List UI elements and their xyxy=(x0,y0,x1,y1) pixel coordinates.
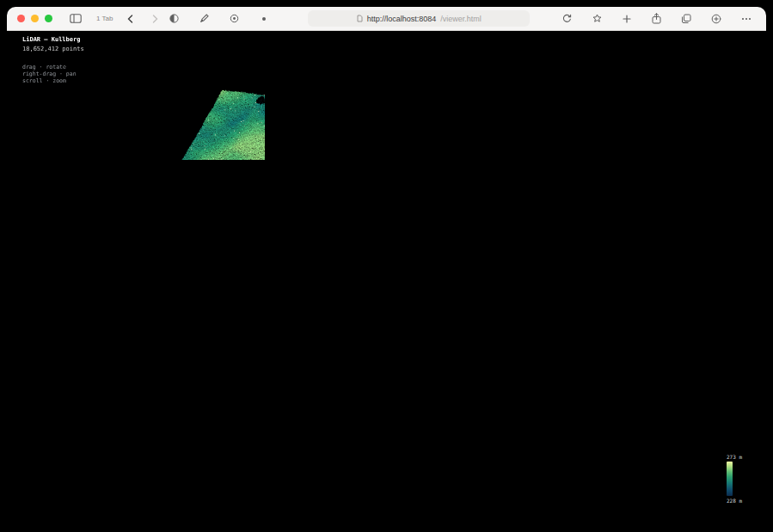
info-overlay: LiDAR — Kullberg 18,652,412 points drag … xyxy=(22,36,84,84)
zoom-window-button[interactable] xyxy=(45,15,52,22)
colorbar-gradient xyxy=(727,462,733,496)
new-tab-icon[interactable] xyxy=(707,10,726,28)
sidebar-icon[interactable] xyxy=(66,10,85,28)
dataset-title: LiDAR — Kullberg xyxy=(22,36,84,44)
elevation-colorbar: 273 m 228 m xyxy=(727,454,742,504)
toolbar-left-group: 1 Tab xyxy=(17,10,164,28)
pen-icon[interactable] xyxy=(194,10,213,28)
url-host: http://localhost:8084 xyxy=(367,15,437,23)
forward-icon[interactable] xyxy=(145,10,164,28)
toolbar-right-group xyxy=(647,10,756,28)
content-blocker-icon[interactable] xyxy=(164,10,183,28)
control-hint-rotate: drag · rotate xyxy=(22,64,84,70)
lidar-viewport: LiDAR — Kullberg 18,652,412 points drag … xyxy=(7,31,766,526)
add-icon[interactable] xyxy=(617,10,636,28)
tab-overview-icon[interactable] xyxy=(677,10,696,28)
page-tools-group xyxy=(164,10,273,28)
minimize-window-button[interactable] xyxy=(31,15,39,22)
control-hint-pan: right-drag · pan xyxy=(22,70,84,77)
point-count-label: 18,652,412 points xyxy=(22,46,84,53)
browser-toolbar: 1 Tab xyxy=(7,7,766,31)
share-icon[interactable] xyxy=(647,10,666,28)
tab-count-label: 1 Tab xyxy=(96,15,113,22)
bookmark-star-icon[interactable] xyxy=(587,10,606,28)
page-icon xyxy=(357,15,363,22)
more-icon[interactable] xyxy=(737,10,756,28)
extension-dot-icon[interactable] xyxy=(255,10,273,28)
toolbar-center-group: http://localhost:8084/viewer.html xyxy=(164,10,636,28)
colorbar-min-label: 228 m xyxy=(727,498,742,504)
address-actions-group xyxy=(557,10,636,28)
address-bar[interactable]: http://localhost:8084/viewer.html xyxy=(308,10,530,27)
back-icon[interactable] xyxy=(120,10,139,28)
settings-gear-icon[interactable] xyxy=(224,10,243,28)
controls-help: drag · rotate right-drag · pan scroll · … xyxy=(22,64,84,84)
control-hint-zoom: scroll · zoom xyxy=(22,77,84,84)
close-window-button[interactable] xyxy=(17,15,25,22)
reload-icon[interactable] xyxy=(557,10,576,28)
url-path: /viewer.html xyxy=(440,15,482,23)
colorbar-max-label: 273 m xyxy=(727,454,742,460)
browser-window: 1 Tab xyxy=(7,7,766,526)
